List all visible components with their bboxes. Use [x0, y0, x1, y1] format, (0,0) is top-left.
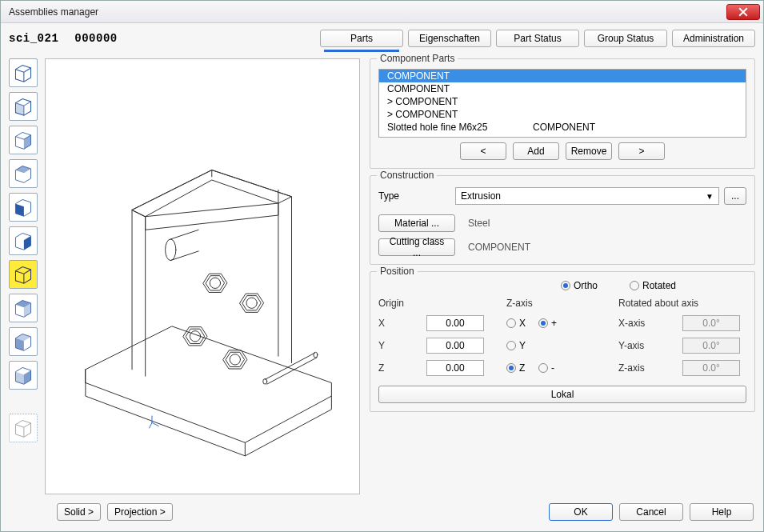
construction-label: Construction [377, 170, 437, 181]
type-value: Extrusion [461, 190, 501, 202]
cube-icon [13, 365, 34, 386]
origin-z-input[interactable] [426, 360, 484, 376]
svg-point-4 [210, 278, 220, 288]
ok-button[interactable]: OK [549, 503, 613, 521]
view-btn-9[interactable] [9, 327, 38, 356]
add-button[interactable]: Add [513, 142, 559, 160]
titlebar: Assemblies manager [1, 1, 763, 23]
prev-button[interactable]: < [460, 142, 506, 160]
svg-point-13 [230, 354, 240, 365]
origin-header: Origin [378, 298, 418, 309]
view-btn-1[interactable] [9, 58, 38, 87]
origin-y-input[interactable] [426, 338, 484, 354]
tab-part-status[interactable]: Part Status [496, 30, 579, 47]
cutting-class-value: COMPONENT [468, 242, 530, 253]
next-button[interactable]: > [618, 142, 665, 160]
zaxis-z-radio[interactable]: Z [506, 362, 530, 374]
close-icon [738, 7, 748, 17]
rot-y-label: Y-axis [618, 340, 674, 351]
chevron-down-icon: ▼ [706, 192, 714, 201]
y-label: Y [378, 340, 418, 351]
part-preview [46, 59, 359, 494]
svg-marker-12 [223, 350, 247, 369]
rot-y-input [682, 338, 740, 354]
type-browse-button[interactable]: ... [724, 187, 746, 205]
type-select[interactable]: Extrusion ▼ [455, 187, 719, 205]
svg-marker-9 [183, 327, 207, 346]
svg-point-1 [314, 352, 318, 358]
view-btn-axon[interactable] [9, 414, 38, 442]
material-button[interactable]: Material ... [378, 214, 455, 232]
rot-x-input [682, 315, 740, 331]
zaxis-minus-radio[interactable]: - [538, 362, 562, 374]
zaxis-plus-radio[interactable]: + [538, 318, 562, 329]
cube-icon [13, 197, 34, 218]
lokal-button[interactable]: Lokal [378, 386, 746, 403]
zaxis-x-radio[interactable]: X [506, 318, 530, 329]
projection-button[interactable]: Projection > [107, 503, 173, 521]
origin-x-input[interactable] [426, 315, 484, 331]
rotabout-header: Rotated about axis [618, 298, 746, 309]
cube-wire-icon [13, 418, 34, 438]
ortho-radio[interactable]: Ortho [561, 280, 598, 291]
svg-point-2 [165, 239, 175, 261]
tab-parts[interactable]: Parts [320, 30, 403, 47]
x-label: X [378, 318, 418, 329]
component-parts-group: Component Parts COMPONENT COMPONENT > CO… [370, 58, 755, 169]
assembly-id: sci_021 [9, 32, 58, 45]
view-btn-7[interactable] [9, 260, 38, 289]
type-label: Type [378, 190, 442, 202]
position-label: Position [377, 266, 418, 277]
solid-button[interactable]: Solid > [57, 503, 101, 521]
svg-point-7 [246, 298, 257, 308]
cancel-button[interactable]: Cancel [619, 503, 683, 521]
material-value: Steel [468, 218, 490, 229]
remove-button[interactable]: Remove [566, 142, 612, 160]
cube-icon [13, 130, 34, 150]
view-btn-3[interactable] [9, 126, 38, 154]
tab-administration[interactable]: Administration [672, 30, 755, 47]
cutting-class-button[interactable]: Cutting class ... [378, 238, 455, 256]
help-button[interactable]: Help [690, 503, 754, 521]
rotated-radio[interactable]: Rotated [630, 280, 676, 291]
rot-x-label: X-axis [618, 318, 674, 329]
list-item[interactable]: > COMPONENT [379, 108, 746, 121]
view-btn-8[interactable] [9, 294, 38, 322]
zaxis-y-radio[interactable]: Y [506, 340, 562, 351]
component-parts-list[interactable]: COMPONENT COMPONENT > COMPONENT > COMPON… [378, 69, 746, 138]
cube-icon [13, 96, 34, 117]
component-parts-label: Component Parts [377, 53, 458, 64]
rot-z-label: Z-axis [618, 362, 674, 374]
rot-z-input [682, 360, 740, 376]
view-toolbar [9, 58, 38, 494]
tab-properties[interactable]: Eigenschaften [408, 30, 491, 47]
list-item[interactable]: COMPONENT [379, 70, 746, 82]
view-btn-4[interactable] [9, 159, 38, 188]
tab-group-status[interactable]: Group Status [584, 30, 667, 47]
cube-icon [13, 230, 34, 251]
cube-icon [13, 163, 34, 184]
viewport-3d[interactable] [45, 58, 360, 494]
construction-group: Construction Type Extrusion ▼ ... Materi… [370, 175, 755, 265]
view-btn-10[interactable] [9, 361, 38, 390]
cube-icon [13, 298, 34, 318]
view-btn-6[interactable] [9, 226, 38, 255]
window-title: Assemblies manager [4, 6, 726, 18]
svg-marker-6 [239, 294, 263, 312]
zaxis-header: Z-axis [506, 298, 562, 309]
view-btn-2[interactable] [9, 92, 38, 121]
cube-icon [13, 264, 34, 285]
list-item[interactable]: Slotted hole fine M6x25COMPONENT [379, 121, 746, 134]
position-group: Position Ortho Rotated Origin Z-axis Rot… [370, 271, 755, 412]
cube-icon [13, 331, 34, 352]
z-label: Z [378, 362, 418, 374]
cube-icon [13, 62, 34, 83]
assembly-rev: 000000 [74, 32, 117, 45]
svg-marker-3 [203, 274, 227, 292]
list-item[interactable]: > COMPONENT [379, 95, 746, 108]
list-item[interactable]: COMPONENT [379, 82, 746, 95]
close-button[interactable] [726, 4, 760, 20]
view-btn-5[interactable] [9, 193, 38, 222]
